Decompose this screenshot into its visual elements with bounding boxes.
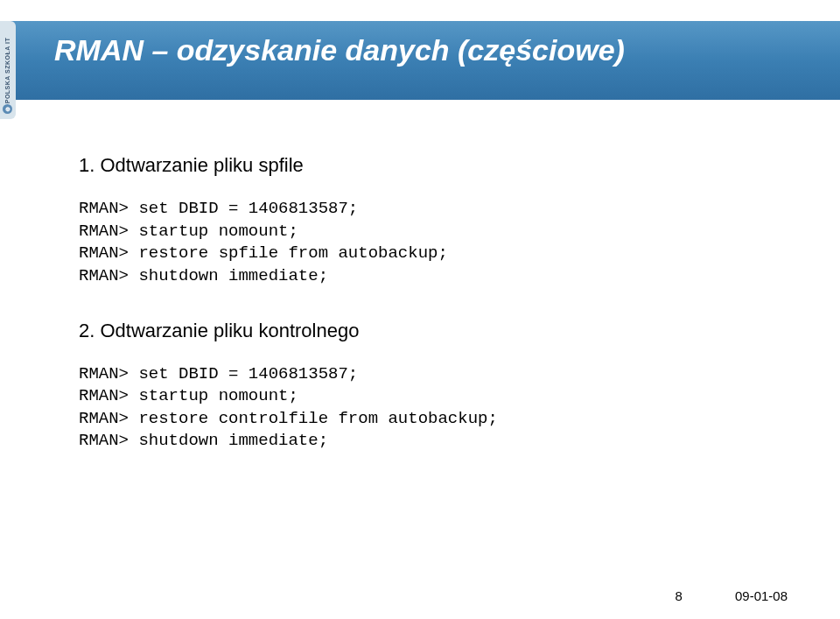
section-heading-2: 2. Odtwarzanie pliku kontrolnego xyxy=(79,320,788,342)
page-title: RMAN – odzyskanie danych (częściowe) xyxy=(54,33,625,67)
footer-date: 09-01-08 xyxy=(735,588,788,603)
section-heading-1: 1. Odtwarzanie pliku spfile xyxy=(79,154,788,177)
page-number: 8 xyxy=(676,588,682,603)
code-block-2: RMAN> set DBID = 1406813587; RMAN> start… xyxy=(79,363,788,454)
footer: 8 09-01-08 xyxy=(676,588,788,603)
content-area: 1. Odtwarzanie pliku spfile RMAN> set DB… xyxy=(79,154,788,484)
brand-icon: ⊕ xyxy=(3,104,12,114)
code-block-1: RMAN> set DBID = 1406813587; RMAN> start… xyxy=(79,198,788,288)
sidebar-brand-tab: POLSKA SZKOŁA IT ⊕ xyxy=(0,21,16,119)
sidebar-brand-text: POLSKA SZKOŁA IT xyxy=(5,37,11,103)
